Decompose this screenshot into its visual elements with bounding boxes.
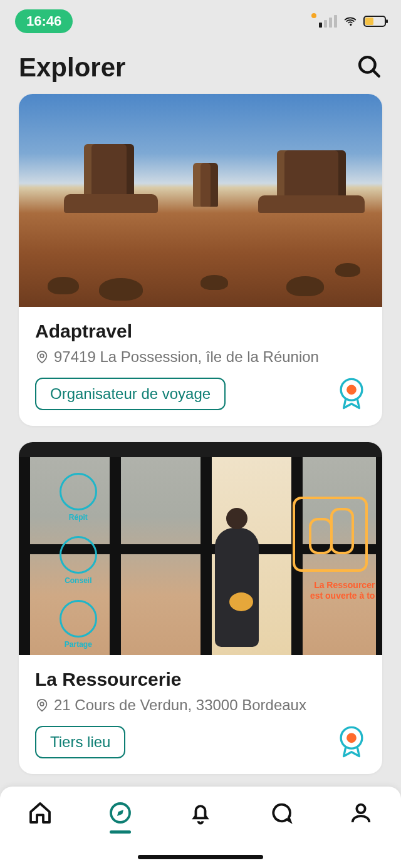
svg-point-7 <box>346 733 357 743</box>
bottom-nav <box>0 787 401 868</box>
listing-location-text: 97419 La Possession, île de la Réunion <box>54 348 319 366</box>
listing-title: Adaptravel <box>35 321 366 342</box>
category-tag[interactable]: Tiers lieu <box>35 726 125 758</box>
nav-profile[interactable] <box>344 800 378 825</box>
listing-image: Répit Conseil Partage La Ressourcerest o… <box>19 442 382 655</box>
compass-icon <box>108 800 133 825</box>
status-bar: 16:46 <box>0 0 401 38</box>
battery-icon <box>363 16 386 27</box>
user-icon <box>348 800 373 825</box>
location-pin-icon <box>35 698 49 712</box>
nav-messages[interactable] <box>264 800 298 825</box>
listing-location-text: 21 Cours de Verdun, 33000 Bordeaux <box>54 696 306 714</box>
home-icon <box>28 800 53 825</box>
svg-line-1 <box>373 70 379 76</box>
recording-dot-icon <box>311 13 316 18</box>
search-button[interactable] <box>356 53 382 82</box>
svg-point-5 <box>40 702 44 706</box>
svg-point-10 <box>357 805 365 813</box>
chat-icon <box>268 800 293 825</box>
nav-home[interactable] <box>23 800 57 825</box>
listing-location: 97419 La Possession, île de la Réunion <box>35 348 366 366</box>
svg-marker-9 <box>117 810 123 816</box>
listing-card[interactable]: Répit Conseil Partage La Ressourcerest o… <box>19 442 382 774</box>
search-icon <box>356 53 382 80</box>
nav-explore[interactable] <box>103 800 137 834</box>
bell-icon <box>188 800 213 825</box>
page-header: Explorer <box>0 38 401 94</box>
nav-notifications[interactable] <box>184 800 217 825</box>
category-tag[interactable]: Organisateur de voyage <box>35 378 226 410</box>
status-time: 16:46 <box>15 9 73 33</box>
page-title: Explorer <box>19 53 125 83</box>
listing-title: La Ressourcerie <box>35 669 366 690</box>
explorer-list[interactable]: Adaptravel 97419 La Possession, île de l… <box>0 94 401 774</box>
listing-location: 21 Cours de Verdun, 33000 Bordeaux <box>35 696 366 714</box>
svg-point-2 <box>40 354 44 358</box>
home-indicator[interactable] <box>138 855 263 859</box>
listing-card[interactable]: Adaptravel 97419 La Possession, île de l… <box>19 94 382 426</box>
award-badge-icon <box>337 725 366 759</box>
location-pin-icon <box>35 350 49 364</box>
status-icons <box>311 13 386 29</box>
award-badge-icon <box>337 377 366 411</box>
cellular-icon <box>319 15 337 28</box>
listing-image <box>19 94 382 307</box>
wifi-icon <box>342 15 358 28</box>
svg-point-4 <box>346 385 357 395</box>
